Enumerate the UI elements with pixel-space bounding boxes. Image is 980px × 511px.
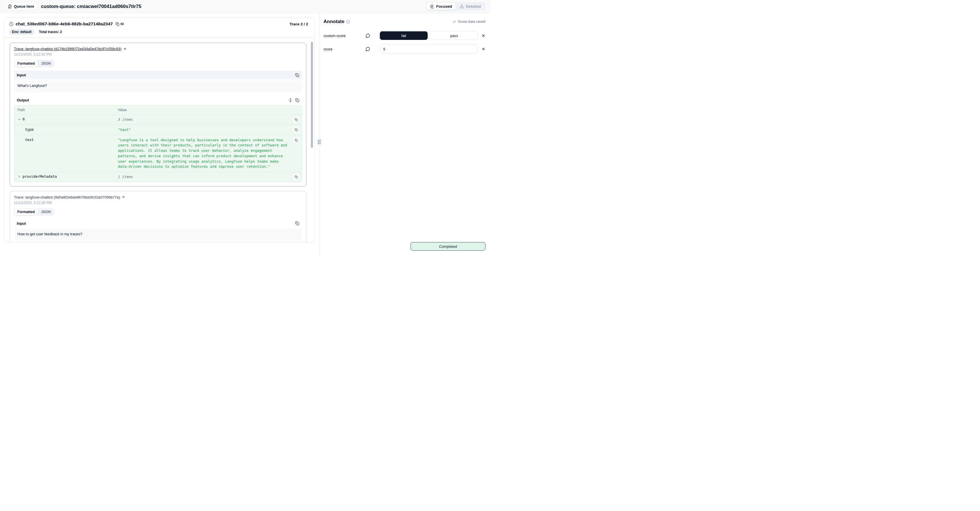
trace-1-link-label: Trace: langfuse-chatbot (d174b1589072e43… <box>14 47 122 51</box>
copy-icon <box>295 73 299 77</box>
completed-button[interactable]: Completed <box>410 242 485 251</box>
x-icon <box>482 33 485 38</box>
main-area: chat_536ed067-b86e-4eb6-882b-ba27148a234… <box>0 13 490 256</box>
trace-1-output-header: Output <box>14 96 302 105</box>
table-row: type "text" <box>14 125 302 135</box>
info-icon[interactable] <box>346 20 350 24</box>
copy-row-button[interactable] <box>293 127 299 133</box>
trace-card-1: Trace: langfuse-chatbot (d174b1589072e43… <box>10 43 306 186</box>
check-icon <box>452 20 456 24</box>
table-row: 0 3 items <box>14 115 302 125</box>
top-bar: Queue item custom-queue: cmiacwel70041ad… <box>0 0 490 13</box>
annotation-queue-page: Queue item custom-queue: cmiacwel70041ad… <box>0 0 490 256</box>
delete-score-button[interactable] <box>482 47 485 51</box>
copy-icon <box>295 175 298 178</box>
page-title: custom-queue: cmiacwel70041ad060s7tlr75 <box>41 4 141 10</box>
tab-focused[interactable]: Focused <box>426 3 456 10</box>
delete-score-button[interactable] <box>482 33 485 38</box>
annotate-title: Annotate <box>323 19 345 24</box>
table-row: providerMetadata 1 items <box>14 172 302 182</box>
option-fail-button[interactable]: fail <box>380 31 428 40</box>
trace-2-link[interactable]: Trace: langfuse-chatbot (9d0a6f2e6de8670… <box>14 195 125 199</box>
copy-icon <box>295 129 298 132</box>
copy-id-button[interactable]: ID <box>116 22 124 26</box>
chevron-down-icon <box>18 118 21 121</box>
copy-icon <box>295 221 299 225</box>
queue-item-badge-label: Queue item <box>14 4 34 8</box>
row-path-label: providerMetadata <box>22 174 57 178</box>
score-value-input[interactable] <box>380 45 478 53</box>
score-saved-label: Score data saved <box>458 20 485 24</box>
chevron-right-icon <box>18 175 21 178</box>
row-path-label: type <box>25 127 33 132</box>
score-name: score <box>323 47 332 52</box>
copy-icon <box>295 118 298 121</box>
copy-input-button[interactable] <box>295 73 299 77</box>
external-link-icon <box>122 196 125 199</box>
row-path-label: 0 <box>22 117 25 121</box>
trace-2-input-text: How to get user feedback in my traces? <box>14 228 302 241</box>
trace-2-timestamp: 11/12/2025, 3:12:36 PM <box>14 201 302 205</box>
queue-item-panel: chat_536ed067-b86e-4eb6-882b-ba27148a234… <box>4 18 315 243</box>
score-option-buttons: fail pass <box>380 31 478 40</box>
clipboard-pen-icon <box>8 4 12 8</box>
row-path[interactable]: providerMetadata <box>18 174 118 180</box>
trace-card-2: Trace: langfuse-chatbot (9d0a6f2e6de8670… <box>10 191 306 242</box>
session-title: chat_536ed067-b86e-4eb6-882b-ba27148a234… <box>16 21 113 27</box>
score-row-custom-score: custom-score fail pass <box>323 31 485 40</box>
copy-input-button[interactable] <box>295 221 299 225</box>
copy-row-button[interactable] <box>293 174 299 180</box>
row-value: 3 items <box>118 117 289 123</box>
comment-icon[interactable] <box>366 47 374 51</box>
grip-dots-icon <box>318 140 321 144</box>
queue-item-header: chat_536ed067-b86e-4eb6-882b-ba27148a234… <box>5 18 314 38</box>
copy-row-button[interactable] <box>293 116 299 123</box>
row-path[interactable]: 0 <box>18 117 118 123</box>
score-input-wrap <box>380 45 478 53</box>
total-traces-label: Total traces: 2 <box>39 30 62 34</box>
copy-icon <box>295 98 299 102</box>
copy-output-button[interactable] <box>295 98 299 102</box>
comment-icon[interactable] <box>366 33 374 38</box>
table-row: text "Langfuse is a tool designed to hel… <box>14 135 302 172</box>
copy-icon <box>116 22 119 26</box>
focused-icon <box>430 5 434 8</box>
queue-item-badge: Queue item <box>5 3 37 10</box>
option-pass-button[interactable]: pass <box>430 31 478 40</box>
vertical-scrollbar[interactable] <box>311 42 313 148</box>
input-label: Input <box>17 221 26 226</box>
tab-formatted[interactable]: Formatted <box>14 60 38 67</box>
tab-json[interactable]: JSON <box>38 60 54 67</box>
annotate-header: Annotate Score data saved <box>323 19 485 24</box>
env-badge: Env: default <box>9 29 35 35</box>
tab-formatted[interactable]: Formatted <box>14 209 38 215</box>
queue-item-column: chat_536ed067-b86e-4eb6-882b-ba27148a234… <box>0 13 319 256</box>
value-column-header: Value <box>118 108 298 112</box>
clock-icon <box>9 22 13 26</box>
trace-1-timestamp: 11/12/2025, 3:12:32 PM <box>14 53 302 56</box>
trace-1-output-table: Path Value 0 3 items <box>14 105 302 182</box>
trace-1-link[interactable]: Trace: langfuse-chatbot (d174b1589072e43… <box>14 47 126 51</box>
score-rows: custom-score fail pass score <box>323 31 485 53</box>
tab-json[interactable]: JSON <box>38 209 54 215</box>
copy-row-button[interactable] <box>293 137 299 143</box>
row-path: text <box>18 138 118 170</box>
trace-1-input-header: Input <box>14 71 302 80</box>
score-saved-status: Score data saved <box>452 20 485 24</box>
output-table-header: Path Value <box>14 105 302 115</box>
traces-scroll-area[interactable]: Trace: langfuse-chatbot (d174b1589072e43… <box>5 38 314 242</box>
tab-detailed[interactable]: Detailed <box>456 3 485 10</box>
trace-counter: Trace 2 / 2 <box>290 22 310 26</box>
output-label: Output <box>17 98 29 102</box>
row-value: "Langfuse is a tool designed to help bus… <box>118 138 289 170</box>
trace-2-input-header: Input <box>14 219 302 228</box>
x-icon <box>482 47 485 51</box>
input-label: Input <box>17 73 26 77</box>
row-value: "text" <box>118 127 289 133</box>
unfold-vertical-icon <box>288 98 293 102</box>
expand-output-button[interactable] <box>288 98 293 102</box>
network-icon <box>460 5 464 8</box>
score-name: custom-score <box>323 33 366 38</box>
tab-focused-label: Focused <box>436 4 452 8</box>
panel-resize-handle[interactable] <box>317 139 321 145</box>
